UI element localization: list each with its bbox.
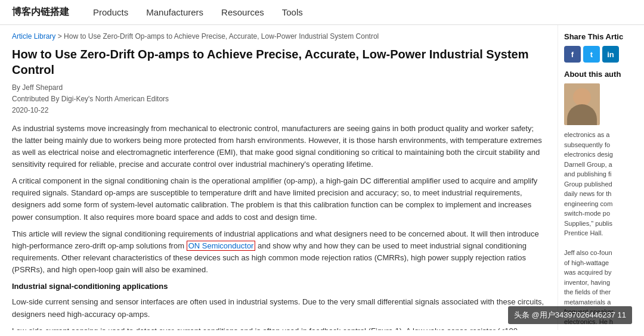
bio-line-17: metamaterials a	[564, 297, 638, 307]
article-date: 2020-10-22	[12, 105, 546, 116]
bio-line-spacer	[564, 238, 638, 248]
bio-line-10: Supplies," publis	[564, 219, 638, 229]
bio-line-4: Darnell Group, a	[564, 160, 638, 170]
article-para-4: Low-side current sensing and sensor inte…	[12, 296, 546, 320]
bio-line-9: switch-mode po	[564, 209, 638, 219]
article-para-1: As industrial systems move increasingly …	[12, 123, 546, 171]
author-info: By Jeff Shepard Contributed By Digi-Key'…	[12, 82, 546, 117]
article-para-3: This article will review the signal cond…	[12, 228, 546, 276]
author-avatar	[564, 83, 600, 125]
nav-resources[interactable]: Resources	[221, 7, 264, 17]
section-heading-1: Industrial signal-conditioning applicati…	[12, 281, 546, 293]
main-layout: Article Library > How to Use Zero-Drift …	[0, 25, 644, 330]
bio-line-12: Jeff also co-foun	[564, 248, 638, 258]
nav-tools[interactable]: Tools	[282, 7, 303, 17]
main-nav: Products Manufacturers Resources Tools	[93, 7, 303, 17]
bio-line-14: was acquired by	[564, 267, 638, 278]
watermark: 头条 @用户34397026446237 11	[508, 306, 632, 324]
article-body: As industrial systems move increasingly …	[12, 123, 546, 330]
bio-line-8: engineering com	[564, 199, 638, 209]
breadcrumb: Article Library > How to Use Zero-Drift …	[12, 32, 546, 41]
share-buttons: f t in	[564, 46, 638, 63]
author-name: By Jeff Shepard	[12, 82, 546, 94]
twitter-share-button[interactable]: t	[583, 46, 600, 63]
about-author-title: About this auth	[564, 70, 638, 79]
bio-line-7: daily news for th	[564, 189, 638, 199]
nav-products[interactable]: Products	[93, 7, 128, 17]
article-area: Article Library > How to Use Zero-Drift …	[0, 25, 558, 330]
bio-line-13: of high-wattage	[564, 258, 638, 268]
bio-line-11: Prentice Hall.	[564, 228, 638, 238]
bio-line-5: and publishing fi	[564, 169, 638, 179]
nav-manufacturers[interactable]: Manufacturers	[146, 7, 203, 17]
bio-line-6: Group published	[564, 179, 638, 189]
site-header: 博客内链搭建 Products Manufacturers Resources …	[0, 0, 644, 25]
share-title: Share This Artic	[564, 32, 638, 41]
facebook-share-button[interactable]: f	[564, 46, 581, 63]
breadcrumb-current: How to Use Zero-Drift Op-amps to Achieve…	[64, 32, 379, 41]
bio-line-3: electronics desig	[564, 150, 638, 160]
bio-line-15: inventor, having	[564, 278, 638, 288]
sidebar: Share This Artic f t in About this auth …	[558, 25, 644, 330]
bio-line-16: the fields of ther	[564, 287, 638, 297]
bio-line-1: electronics as a	[564, 130, 638, 140]
site-logo: 博客内链搭建	[12, 6, 69, 18]
article-para-5: Low-side current sensing is used to dete…	[12, 325, 546, 330]
author-contrib: Contributed By Digi-Key's North American…	[12, 94, 546, 105]
avatar-face	[573, 88, 591, 106]
article-title: How to Use Zero-Drift Op-amps to Achieve…	[12, 46, 546, 77]
author-bio: electronics as a subsequently fo electro…	[564, 130, 638, 326]
article-para-2: A critical component in the signal condi…	[12, 175, 546, 223]
breadcrumb-separator: >	[58, 32, 64, 41]
breadcrumb-library-link[interactable]: Article Library	[12, 32, 55, 41]
linkedin-share-button[interactable]: in	[602, 46, 619, 63]
avatar-body	[567, 104, 597, 125]
bio-line-2: subsequently fo	[564, 140, 638, 150]
on-semiconductor-link[interactable]: ON Semiconductor	[187, 241, 256, 251]
